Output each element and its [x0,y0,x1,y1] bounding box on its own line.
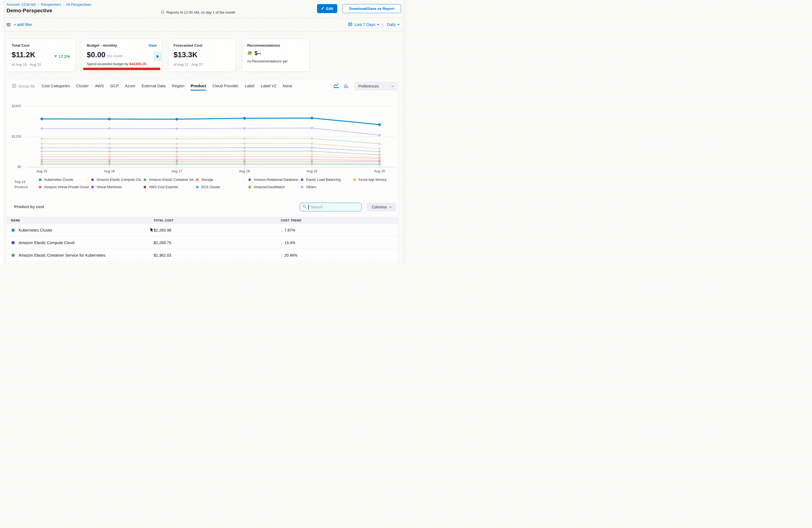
breadcrumb-perspectives[interactable]: Perspectives [41,2,61,6]
granularity-dropdown[interactable]: Daily [387,23,400,27]
budget-expand-button[interactable] [154,52,162,61]
legend-label: Azure App Service [359,178,387,182]
row-name-cell: Kubernetes Cluster [11,228,154,232]
total-cost-value: $11.2K [12,51,35,59]
budget-view-link[interactable]: View [148,43,157,47]
breadcrumb: Account: CCM-NG › Perspectives › All Per… [6,2,91,6]
row-color-swatch [11,253,15,257]
group-by-tab-external-data[interactable]: External Data [142,84,165,89]
table-row-amazon-elastic-compute-cloud[interactable]: Amazon Elastic Compute Cloud$2,269.75↓13… [7,236,398,249]
group-by-tab-azure[interactable]: Azure [125,84,135,89]
breadcrumb-account[interactable]: Account: CCM-NG [6,2,36,6]
table-row-kubernetes-cluster[interactable]: Kubernetes Cluster$2,283.98↓7.87% [7,224,398,236]
trend-value: 20.46% [284,253,297,258]
filter-sliders-icon[interactable] [6,23,11,28]
legend-item-storage[interactable]: Storage [195,178,248,182]
scrollbar-track[interactable] [403,0,406,264]
x-axis-tick-label: Aug 20 [374,170,385,173]
forecasted-title: Forecasted Cost [174,43,230,47]
search-input[interactable]: Search [300,203,362,211]
legend-item-amazon-elastic-container-se[interactable]: Amazon Elastic Container Se... [143,178,195,182]
legend-item-others[interactable]: Others [300,185,352,189]
legend-item-amazoncloudwatch[interactable]: AmazonCloudWatch [248,185,300,189]
row-name-cell: Amazon Elastic Container Service for Kub… [11,253,154,258]
x-axis-tick-label: Aug 17 [171,170,182,173]
recommendations-title: Recommendations [247,43,304,47]
download-save-report-button[interactable]: Download/Save as Report [343,4,401,13]
line-chart-icon[interactable] [333,84,339,89]
legend-item-ecs-cluster[interactable]: ECS Cluster [195,185,248,189]
legend-item-aws-cost-explorer[interactable]: AWS Cost Explorer [143,185,195,189]
legend-title: Top 12 Product [14,179,28,190]
budget-title: Budget - monthly [87,43,117,47]
legend-label: AmazonCloudWatch [254,185,285,189]
legend-item-kubernetes-cluster[interactable]: Kubernetes Cluster [38,178,91,182]
table-row-amazon-elastic-container-service-for-kubernetes[interactable]: Amazon Elastic Container Service for Kub… [7,249,398,262]
legend-swatch [248,178,251,182]
legend-swatch [352,178,356,182]
download-button-label: Download/Save as Report [349,6,394,11]
search-placeholder: Search [311,205,323,209]
budget-progress-bar [83,68,160,70]
group-by-tab-aws[interactable]: AWS [95,84,104,89]
group-by-tab-label-v2[interactable]: Label V2 [261,84,276,89]
legend-label: Amazon Elastic Container Se... [149,178,196,182]
time-range-dropdown[interactable]: Last 7 Days [354,23,379,27]
preferences-dropdown[interactable]: Preferences [355,82,397,90]
report-schedule-text: Reports At 12:00 AM, on day 1 of the mon… [166,10,235,14]
cost-line-chart[interactable] [26,104,396,172]
group-by-tab-region[interactable]: Region [172,84,185,89]
group-by-tab-label[interactable]: Label [245,84,254,89]
breadcrumb-separator-icon: › [63,3,64,6]
column-header-name[interactable]: NAME [11,219,154,222]
forecasted-value: $13.3K [174,51,198,59]
collapsed-side-nav [0,0,4,264]
row-total-cost: $1,362.03 [154,253,281,258]
chart-series-aws-cost-explorer [41,160,381,163]
legend-item-elastic-load-balancing[interactable]: Elastic Load Balancing [300,178,352,182]
legend-item-amazon-elastic-compute-clo[interactable]: Amazon Elastic Compute Clo... [91,178,143,182]
page-header: Account: CCM-NG › Perspectives › All Per… [4,0,403,18]
legend-item-azure-app-service[interactable]: Azure App Service [352,178,405,182]
add-filter-button[interactable]: + add filter [14,23,32,27]
group-by-tab-none[interactable]: None [283,84,292,89]
chevron-down-icon [392,84,394,87]
edit-button[interactable]: Edit [317,4,337,13]
recommendations-card: Recommendations $-- no Recommendations y… [242,39,310,72]
group-by-tab-cost-categories[interactable]: Cost Categories [42,84,70,89]
row-color-swatch [11,240,15,245]
budget-exceeded-text: Spend exceeded budget by $44,693.35 [87,62,157,66]
group-by-tab-cloud-provider[interactable]: Cloud Provider [212,84,238,89]
legend-title-line2: Product [14,185,28,190]
recommendations-value: $-- [255,50,261,57]
legend-item-amazon-virtual-private-cloud[interactable]: Amazon Virtual Private Cloud [38,185,91,189]
bar-chart-icon[interactable] [344,84,349,89]
row-name: Kubernetes Cluster [18,228,53,232]
x-axis-tick-label: Aug 16 [104,170,115,173]
group-by-tabs: Cost CategoriesClusterAWSGCPAzureExterna… [42,84,292,89]
legend-label: Amazon Relational Database ... [254,178,302,182]
play-right-icon [157,55,159,58]
money-icon [247,50,252,56]
legend-item-virtual-machines[interactable]: Virtual Machines [91,185,143,189]
column-header-cost-trend[interactable]: COST TREND [281,219,398,222]
columns-dropdown[interactable]: Columns [367,203,396,211]
chart-series-kubernetes-cluster [40,117,381,126]
breadcrumb-all-perspectives[interactable]: All Perspectives [66,2,91,6]
group-by-tab-cluster[interactable]: Cluster [76,84,89,89]
legend-label: Amazon Virtual Private Cloud [44,185,89,189]
bell-icon [160,10,164,15]
budget-exceeded-label: Spend exceeded budget by [87,62,128,66]
chart-series-azure-app-service [41,153,381,159]
trend-arrow-down-icon: ↓ [281,240,283,245]
group-by-tab-gcp[interactable]: GCP [110,84,119,89]
trend-arrow-down-icon: ↓ [281,228,283,232]
column-header-total-cost[interactable]: TOTAL COST [154,219,281,222]
x-axis-tick-label: Aug 15 [36,170,47,173]
legend-item-amazon-relational-database[interactable]: Amazon Relational Database ... [248,178,300,182]
trend-value: 13.4% [284,240,295,245]
legend-label: Storage [201,178,213,182]
legend-swatch [195,178,199,182]
group-by-tab-product[interactable]: Product [191,84,206,89]
filter-bar: + add filter Last 7 Days | Daily [4,18,403,31]
